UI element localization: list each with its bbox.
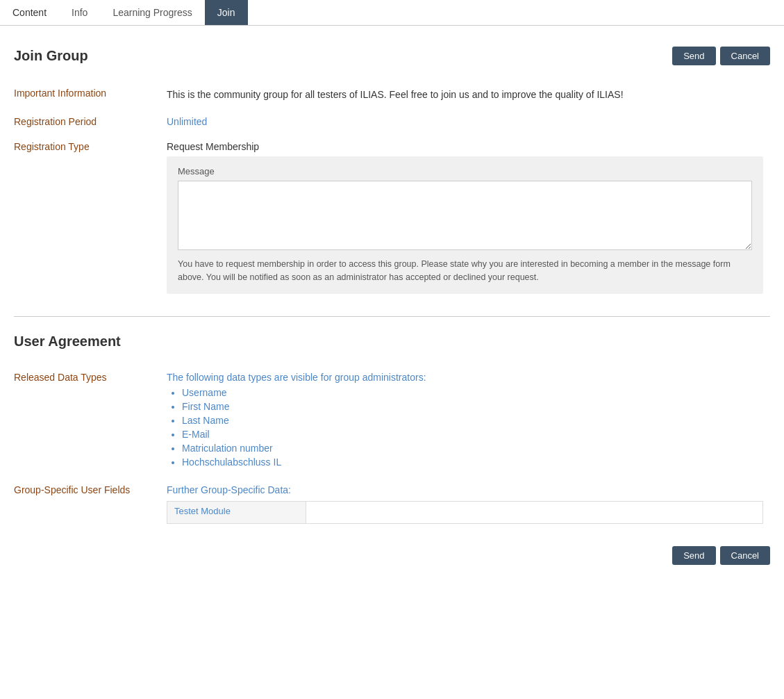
list-item: Hochschulabschluss IL bbox=[182, 457, 763, 468]
message-hint: You have to request membership in order … bbox=[178, 258, 752, 284]
released-data-types-value: The following data types are visible for… bbox=[167, 366, 770, 479]
tab-content[interactable]: Content bbox=[0, 0, 59, 25]
join-form-table: Important Information This is the commun… bbox=[14, 82, 770, 302]
visible-text: The following data types are visible for… bbox=[167, 372, 763, 383]
section-divider bbox=[14, 316, 770, 317]
join-group-header: Join Group Send Cancel bbox=[14, 47, 770, 65]
message-box-container: Message You have to request membership i… bbox=[167, 156, 763, 294]
released-data-types-row: Released Data Types The following data t… bbox=[14, 366, 770, 479]
message-label: Message bbox=[178, 166, 752, 176]
further-group-text: Further Group-Specific Data: bbox=[167, 484, 763, 495]
join-group-title: Join Group bbox=[14, 48, 88, 64]
important-information-row: Important Information This is the commun… bbox=[14, 82, 770, 110]
important-information-value: This is the community group for all test… bbox=[167, 82, 770, 110]
list-item: Matriculation number bbox=[182, 443, 763, 454]
group-specific-label: Group-Specific User Fields bbox=[14, 479, 167, 532]
registration-type-value: Request Membership Message You have to r… bbox=[167, 135, 770, 302]
registration-period-value: Unlimited bbox=[167, 110, 770, 135]
top-button-group: Send Cancel bbox=[672, 47, 770, 65]
data-types-list: Username First Name Last Name E-Mail Mat… bbox=[167, 387, 763, 468]
testet-module-input[interactable] bbox=[313, 506, 756, 519]
user-agreement-form-table: Released Data Types The following data t… bbox=[14, 366, 770, 532]
user-agreement-title: User Agreement bbox=[14, 334, 121, 350]
list-item: Last Name bbox=[182, 415, 763, 426]
group-specific-row: Group-Specific User Fields Further Group… bbox=[14, 479, 770, 532]
user-agreement-header: User Agreement bbox=[14, 334, 770, 350]
list-item: E-Mail bbox=[182, 429, 763, 440]
tab-info[interactable]: Info bbox=[59, 0, 100, 25]
further-data-row: Testet Module bbox=[167, 501, 763, 523]
tab-bar: Content Info Learning Progress Join bbox=[0, 0, 784, 26]
bottom-cancel-button[interactable]: Cancel bbox=[720, 546, 770, 565]
important-information-label: Important Information bbox=[14, 82, 167, 110]
bottom-send-button[interactable]: Send bbox=[672, 546, 715, 565]
bottom-button-group: Send Cancel bbox=[14, 546, 770, 579]
top-send-button[interactable]: Send bbox=[672, 47, 715, 65]
message-textarea[interactable] bbox=[178, 181, 752, 250]
further-data-table: Testet Module bbox=[167, 501, 763, 524]
tab-learning-progress[interactable]: Learning Progress bbox=[100, 0, 204, 25]
registration-period-label: Registration Period bbox=[14, 110, 167, 135]
released-data-types-label: Released Data Types bbox=[14, 366, 167, 479]
registration-period-row: Registration Period Unlimited bbox=[14, 110, 770, 135]
registration-type-row: Registration Type Request Membership Mes… bbox=[14, 135, 770, 302]
main-content: Join Group Send Cancel Important Informa… bbox=[0, 26, 784, 593]
top-cancel-button[interactable]: Cancel bbox=[720, 47, 770, 65]
tab-join[interactable]: Join bbox=[205, 0, 248, 25]
field-label-cell: Testet Module bbox=[167, 501, 306, 523]
list-item: Username bbox=[182, 387, 763, 398]
field-input-cell bbox=[306, 501, 763, 523]
registration-type-label: Registration Type bbox=[14, 135, 167, 302]
group-specific-value: Further Group-Specific Data: Testet Modu… bbox=[167, 479, 770, 532]
registration-type-text: Request Membership bbox=[167, 141, 763, 152]
list-item: First Name bbox=[182, 401, 763, 412]
